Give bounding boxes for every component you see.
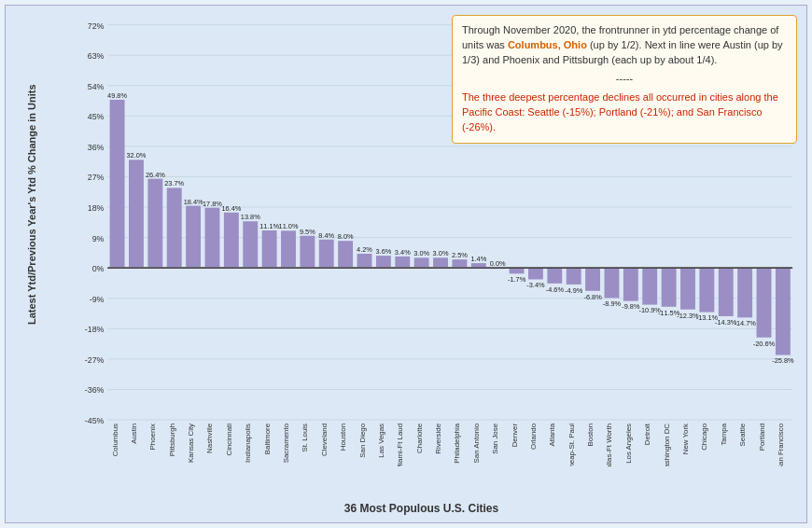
svg-text:Las Vegas: Las Vegas (377, 424, 385, 458)
svg-text:27%: 27% (88, 173, 105, 182)
svg-text:Cincinnati: Cincinnati (225, 424, 233, 456)
svg-text:Dallas-Ft Worth: Dallas-Ft Worth (605, 424, 613, 466)
svg-text:-27%: -27% (85, 355, 105, 365)
svg-text:Tampa: Tampa (720, 423, 728, 445)
svg-text:-3.4%: -3.4% (526, 281, 545, 289)
svg-text:45%: 45% (88, 112, 105, 121)
svg-text:3.6%: 3.6% (375, 247, 391, 256)
svg-text:Kansas City: Kansas City (187, 424, 195, 463)
svg-text:Detroit: Detroit (643, 423, 651, 445)
svg-rect-53 (262, 230, 277, 268)
svg-text:72%: 72% (88, 21, 105, 31)
svg-text:Phoenix: Phoenix (148, 424, 157, 450)
svg-rect-80 (433, 257, 448, 268)
svg-rect-65 (338, 241, 353, 268)
svg-rect-116 (662, 268, 677, 307)
svg-rect-44 (205, 208, 220, 268)
svg-rect-56 (281, 230, 296, 268)
svg-text:-1.7%: -1.7% (508, 275, 526, 284)
svg-text:11.1%: 11.1% (259, 222, 279, 230)
svg-text:16.4%: 16.4% (221, 204, 241, 213)
svg-rect-62 (319, 240, 334, 268)
svg-text:Baltimore: Baltimore (263, 423, 272, 454)
svg-text:11.0%: 11.0% (279, 222, 299, 230)
svg-text:Minneap-St. Paul: Minneap-St. Paul (567, 424, 576, 466)
svg-text:Los Angeles: Los Angeles (624, 424, 633, 464)
svg-text:Riverside: Riverside (434, 423, 442, 453)
svg-text:17.8%: 17.8% (203, 200, 222, 208)
svg-rect-95 (528, 268, 543, 279)
svg-text:Pittsburgh: Pittsburgh (168, 424, 176, 456)
svg-text:13.8%: 13.8% (241, 213, 260, 221)
svg-text:San Jose: San Jose (491, 423, 499, 453)
svg-text:St. Louis: St. Louis (301, 424, 309, 452)
chart-container: Latest Ytd/Previous Year's Ytd % Change … (5, 5, 807, 523)
svg-rect-38 (167, 188, 182, 268)
svg-text:Washington DC: Washington DC (663, 424, 671, 466)
svg-text:18%: 18% (88, 203, 105, 213)
svg-rect-134 (776, 268, 791, 354)
svg-rect-74 (395, 257, 410, 268)
svg-text:-8.9%: -8.9% (603, 299, 622, 308)
svg-text:3.0%: 3.0% (433, 249, 449, 257)
svg-text:9%: 9% (92, 234, 105, 243)
svg-rect-41 (186, 206, 201, 269)
svg-text:Atlanta: Atlanta (548, 423, 556, 446)
svg-text:36%: 36% (88, 143, 105, 152)
svg-text:Nashville: Nashville (205, 423, 214, 453)
svg-rect-77 (414, 257, 429, 268)
svg-text:Orlando: Orlando (529, 423, 538, 450)
svg-rect-104 (585, 268, 600, 291)
annotation-divider: ----- (462, 72, 787, 87)
svg-text:54%: 54% (88, 82, 105, 91)
y-axis-label: Latest Ytd/Previous Year's Ytd % Change … (26, 203, 37, 325)
svg-text:32.0%: 32.0% (127, 151, 147, 160)
svg-text:San Antonio: San Antonio (472, 423, 481, 463)
svg-text:-36%: -36% (85, 385, 105, 395)
svg-rect-119 (680, 268, 695, 310)
svg-rect-35 (147, 179, 162, 269)
svg-text:49.8%: 49.8% (107, 91, 127, 100)
svg-text:Chicago: Chicago (700, 423, 708, 450)
svg-rect-98 (547, 268, 562, 284)
svg-text:63%: 63% (88, 51, 105, 61)
svg-text:18.4%: 18.4% (184, 198, 203, 206)
annotation-box: Through November 2020, the frontrunner i… (452, 15, 797, 144)
svg-text:Miami-Ft Laud: Miami-Ft Laud (396, 424, 404, 466)
annotation-highlight1: Columbus, Ohio (508, 39, 587, 50)
svg-text:-9.8%: -9.8% (622, 302, 640, 311)
svg-text:Denver: Denver (511, 424, 519, 448)
svg-text:3.4%: 3.4% (395, 248, 411, 257)
svg-rect-107 (605, 268, 620, 298)
svg-text:-25.8%: -25.8% (772, 356, 794, 365)
svg-rect-50 (243, 221, 258, 268)
svg-rect-29 (110, 100, 125, 268)
svg-text:Philadelphia: Philadelphia (453, 423, 461, 463)
svg-text:2.5%: 2.5% (452, 251, 468, 259)
svg-rect-122 (699, 268, 714, 312)
svg-text:8.4%: 8.4% (318, 231, 334, 240)
svg-text:-4.6%: -4.6% (546, 285, 565, 294)
svg-text:3.0%: 3.0% (413, 249, 429, 257)
svg-text:-20.6%: -20.6% (753, 340, 776, 348)
svg-text:23.7%: 23.7% (164, 179, 184, 188)
svg-rect-113 (642, 268, 657, 304)
annotation-red-text: The three deepest percentage declines al… (462, 91, 778, 132)
svg-rect-131 (757, 268, 772, 338)
svg-text:-45%: -45% (85, 416, 105, 425)
svg-text:-18%: -18% (85, 325, 105, 334)
svg-text:26.4%: 26.4% (146, 171, 165, 179)
svg-text:-14.7%: -14.7% (734, 319, 756, 327)
svg-text:1.4%: 1.4% (470, 255, 486, 263)
svg-text:Cleveland: Cleveland (320, 424, 329, 456)
svg-text:Indianapolis: Indianapolis (244, 424, 252, 463)
svg-rect-68 (357, 254, 372, 268)
svg-rect-128 (737, 268, 752, 317)
svg-text:San Diego: San Diego (358, 423, 367, 457)
svg-rect-83 (452, 259, 467, 268)
svg-text:Sacramento: Sacramento (282, 423, 290, 463)
svg-rect-86 (471, 263, 486, 268)
svg-text:-6.8%: -6.8% (583, 293, 602, 301)
svg-rect-71 (376, 256, 391, 268)
svg-text:San Francisco: San Francisco (777, 423, 785, 466)
